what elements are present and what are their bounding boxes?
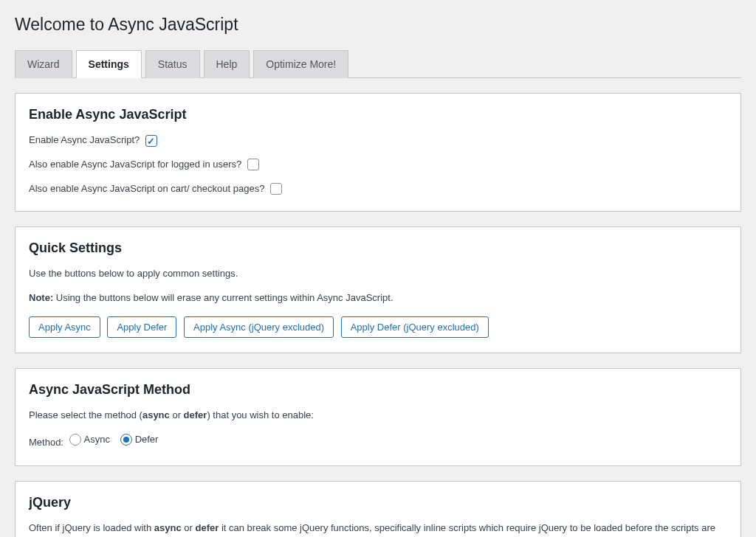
method-desc-async: async (142, 409, 170, 420)
method-defer-label: Defer (135, 432, 159, 448)
enable-cart-label: Also enable Async JavaScript on cart/ ch… (29, 183, 264, 194)
jquery-panel: jQuery Often if jQuery is loaded with as… (15, 481, 741, 537)
enable-logged-in-label: Also enable Async JavaScript for logged … (29, 159, 241, 170)
apply-defer-jquery-excluded-button[interactable]: Apply Defer (jQuery excluded) (341, 316, 489, 338)
jquery-desc-async: async (154, 522, 182, 533)
jquery-heading: jQuery (29, 495, 727, 510)
enable-cart-checkbox[interactable] (270, 183, 282, 195)
enable-logged-in-checkbox[interactable] (247, 159, 259, 170)
tab-help[interactable]: Help (204, 50, 250, 78)
apply-async-jquery-excluded-button[interactable]: Apply Async (jQuery excluded) (184, 316, 334, 338)
method-desc: Please select the method (async or defer… (29, 408, 727, 423)
jquery-desc: Often if jQuery is loaded with async or … (29, 521, 727, 537)
quick-settings-desc: Use the buttons below to apply common se… (29, 266, 727, 282)
tab-wizard[interactable]: Wizard (15, 50, 72, 78)
method-desc-pre: Please select the method ( (29, 409, 142, 420)
quick-settings-panel: Quick Settings Use the buttons below to … (15, 226, 741, 353)
tab-settings[interactable]: Settings (76, 50, 142, 78)
tab-optimize-more[interactable]: Optimize More! (253, 50, 348, 78)
jquery-desc-or1: or (182, 522, 196, 533)
enable-async-checkbox[interactable] (145, 135, 157, 147)
quick-settings-heading: Quick Settings (29, 240, 727, 256)
method-defer-radio[interactable] (120, 434, 132, 446)
enable-panel: Enable Async JavaScript Enable Async Jav… (15, 93, 741, 212)
apply-defer-button[interactable]: Apply Defer (107, 316, 176, 338)
tabs-nav: Wizard Settings Status Help Optimize Mor… (15, 49, 741, 78)
enable-async-label: Enable Async JavaScript? (29, 134, 140, 145)
tab-status[interactable]: Status (145, 50, 200, 78)
method-heading: Async JavaScript Method (29, 382, 727, 398)
method-desc-or: or (170, 409, 184, 420)
jquery-desc-p1: Often if jQuery is loaded with (29, 522, 154, 533)
enable-heading: Enable Async JavaScript (29, 107, 727, 122)
note-text: Using the buttons below will erase any c… (53, 292, 393, 303)
method-async-label: Async (84, 432, 110, 448)
method-desc-post: ) that you wish to enable: (207, 409, 314, 420)
note-label: Note: (29, 292, 53, 303)
method-panel: Async JavaScript Method Please select th… (15, 368, 741, 466)
jquery-desc-defer: defer (195, 522, 219, 533)
method-desc-defer: defer (184, 409, 207, 420)
method-async-radio[interactable] (69, 434, 81, 446)
method-label: Method: (29, 437, 63, 448)
apply-async-button[interactable]: Apply Async (29, 316, 100, 338)
page-title: Welcome to Async JavaScript (15, 15, 741, 35)
quick-settings-note: Note: Using the buttons below will erase… (29, 291, 727, 306)
